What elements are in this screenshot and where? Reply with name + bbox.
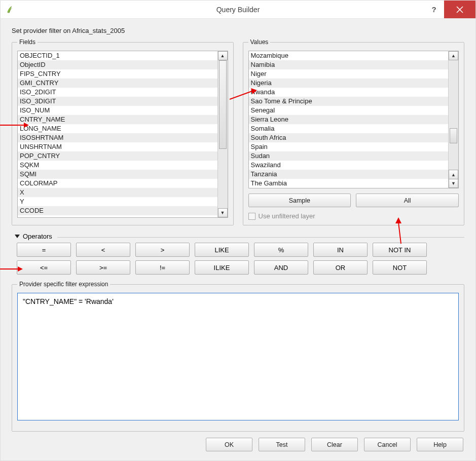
scroll-up-small-icon[interactable]: ▲: [449, 170, 458, 179]
list-item[interactable]: POP_CNTRY: [18, 151, 217, 161]
list-item[interactable]: ISO_3DIGIT: [18, 97, 217, 106]
operator-button[interactable]: IN: [313, 243, 368, 257]
unfiltered-label: Use unfiltered layer: [259, 212, 315, 220]
list-item[interactable]: Rwanda: [249, 88, 449, 97]
operator-button[interactable]: OR: [313, 260, 368, 275]
operator-button[interactable]: >=: [76, 260, 130, 275]
app-icon: [6, 5, 16, 15]
close-button[interactable]: [444, 1, 475, 18]
close-icon: [456, 6, 463, 13]
scroll-down-icon[interactable]: ▼: [218, 208, 228, 217]
list-item[interactable]: CCODE: [18, 206, 217, 215]
list-item[interactable]: X: [18, 188, 217, 197]
operator-button[interactable]: >: [135, 243, 190, 257]
fields-listbox[interactable]: OBJECTID_1ObjectIDFIPS_CNTRYGMI_CNTRYISO…: [17, 51, 228, 218]
operator-button[interactable]: AND: [254, 260, 308, 275]
list-item[interactable]: Mozambique: [249, 51, 449, 60]
scroll-down-icon[interactable]: ▼: [449, 179, 458, 188]
clear-button[interactable]: Clear: [311, 438, 358, 451]
list-item[interactable]: Sudan: [249, 151, 449, 161]
operator-button[interactable]: =: [17, 243, 71, 257]
filter-legend: Provider specific filter expression: [17, 281, 110, 288]
operator-button[interactable]: LIKE: [195, 243, 249, 257]
list-item[interactable]: LONG_NAME: [18, 124, 217, 133]
list-item[interactable]: South Africa: [249, 133, 449, 142]
help-button[interactable]: Help: [417, 438, 463, 451]
all-button[interactable]: All: [356, 194, 459, 207]
list-item[interactable]: OBJECTID_1: [18, 51, 217, 60]
operator-button[interactable]: ILIKE: [195, 260, 249, 275]
filter-expression-input[interactable]: [17, 293, 459, 420]
list-item[interactable]: Spain: [249, 142, 449, 151]
operator-button[interactable]: <: [76, 243, 130, 257]
scroll-thumb[interactable]: [219, 60, 227, 149]
unfiltered-checkbox-row[interactable]: Use unfiltered layer: [248, 212, 459, 220]
list-item[interactable]: The Gambia: [249, 179, 449, 188]
titlebar: Query Builder ?: [1, 1, 475, 19]
list-item[interactable]: ISO_2DIGIT: [18, 88, 217, 97]
operator-button[interactable]: !=: [135, 260, 190, 275]
list-item[interactable]: Sao Tome & Principe: [249, 97, 449, 106]
values-group: Values MozambiqueNamibiaNigerNigeriaRwan…: [243, 39, 465, 225]
list-item[interactable]: COLORMAP: [18, 179, 217, 188]
fields-group: Fields OBJECTID_1ObjectIDFIPS_CNTRYGMI_C…: [12, 39, 234, 225]
operators-legend: Operators: [23, 233, 52, 240]
operators-grid: =<>LIKE%INNOT IN<=>=!=ILIKEANDORNOT: [12, 243, 464, 281]
operator-button[interactable]: <=: [17, 260, 71, 275]
filter-group: Provider specific filter expression: [12, 281, 464, 432]
list-item[interactable]: SQMI: [18, 170, 217, 179]
list-item[interactable]: Niger: [249, 69, 449, 79]
list-item[interactable]: Somalia: [249, 124, 449, 133]
list-item[interactable]: Sierra Leone: [249, 115, 449, 124]
help-button[interactable]: ?: [424, 1, 444, 18]
operator-button[interactable]: NOT: [373, 260, 427, 275]
operators-toggle[interactable]: Operators: [15, 233, 464, 240]
list-item[interactable]: Namibia: [249, 60, 449, 69]
scroll-up-icon[interactable]: ▲: [449, 51, 458, 60]
operator-button[interactable]: %: [254, 243, 308, 257]
sample-button[interactable]: Sample: [248, 194, 351, 207]
list-item[interactable]: GMI_CNTRY: [18, 79, 217, 88]
list-item[interactable]: UNSHRTNAM: [18, 142, 217, 151]
cancel-button[interactable]: Cancel: [364, 438, 411, 451]
list-item[interactable]: SQKM: [18, 161, 217, 170]
values-scrollbar[interactable]: ▲ ▲ ▼: [448, 51, 458, 188]
scroll-up-icon[interactable]: ▲: [218, 51, 228, 60]
fields-legend: Fields: [17, 39, 38, 46]
list-item[interactable]: ISO_NUM: [18, 106, 217, 115]
operator-button[interactable]: NOT IN: [373, 243, 427, 257]
list-item[interactable]: Swaziland: [249, 161, 449, 170]
list-item[interactable]: Tanzania: [249, 170, 449, 179]
ok-button[interactable]: OK: [206, 438, 252, 451]
list-item[interactable]: ISOSHRTNAM: [18, 133, 217, 142]
checkbox-icon[interactable]: [248, 213, 255, 220]
subtitle-label: Set provider filter on Africa_stats_2005: [12, 27, 464, 34]
list-item[interactable]: Senegal: [249, 106, 449, 115]
list-item[interactable]: Y: [18, 197, 217, 206]
values-legend: Values: [248, 39, 271, 46]
list-item[interactable]: AIDSCases: [18, 215, 217, 217]
values-listbox[interactable]: MozambiqueNamibiaNigerNigeriaRwandaSao T…: [248, 51, 459, 188]
scroll-thumb[interactable]: [450, 128, 457, 143]
list-item[interactable]: Nigeria: [249, 79, 449, 88]
list-item[interactable]: CNTRY_NAME: [18, 115, 217, 124]
list-item[interactable]: FIPS_CNTRY: [18, 69, 217, 79]
test-button[interactable]: Test: [259, 438, 305, 451]
fields-scrollbar[interactable]: ▲ ▼: [217, 51, 228, 217]
list-item[interactable]: ObjectID: [18, 60, 217, 69]
window-title: Query Builder: [216, 6, 260, 14]
chevron-down-icon: [15, 235, 20, 238]
